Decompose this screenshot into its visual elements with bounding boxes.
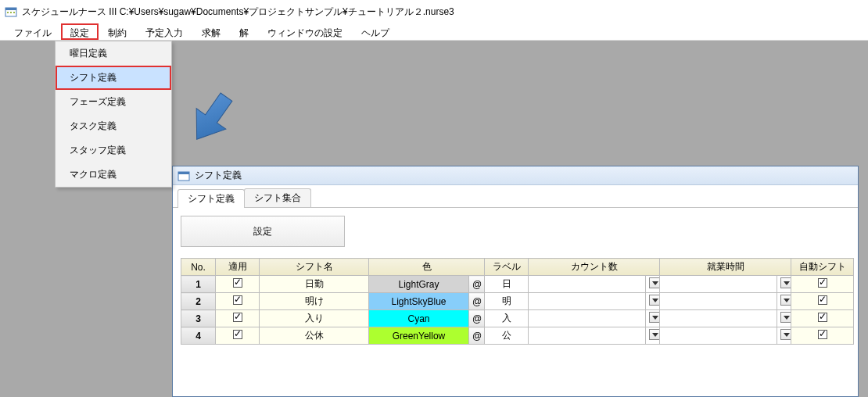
menu-ウィンドウの設定[interactable]: ウィンドウの設定 bbox=[258, 23, 352, 40]
color-cell[interactable]: LightGray bbox=[369, 276, 469, 293]
dropdown-item-マクロ定義[interactable]: マクロ定義 bbox=[56, 163, 171, 187]
child-content: 設定 No. 適用 シフト名 色 ラベル bbox=[173, 207, 858, 396]
menubar: ファイル設定制約予定入力求解解ウィンドウの設定ヘルプ bbox=[0, 23, 868, 41]
tab-シフト集合[interactable]: シフト集合 bbox=[244, 188, 311, 207]
work-dropdown bbox=[777, 327, 791, 345]
count-dropdown bbox=[646, 327, 660, 345]
shift-name-cell[interactable]: 日勤 bbox=[260, 276, 369, 293]
color-picker-button[interactable]: @ bbox=[469, 293, 485, 310]
svg-rect-4 bbox=[13, 12, 15, 13]
apply-checkbox[interactable] bbox=[233, 313, 242, 322]
count-dropdown bbox=[646, 310, 660, 327]
count-cell[interactable] bbox=[529, 276, 646, 293]
chevron-down-icon[interactable] bbox=[780, 277, 791, 288]
chevron-down-icon[interactable] bbox=[780, 295, 791, 306]
menu-求解[interactable]: 求解 bbox=[192, 23, 230, 40]
auto-cell bbox=[791, 327, 854, 345]
auto-checkbox[interactable] bbox=[818, 313, 827, 322]
chevron-down-icon[interactable] bbox=[649, 295, 660, 306]
chevron-down-icon[interactable] bbox=[649, 329, 660, 340]
table-row: 1日勤LightGray@日 bbox=[181, 276, 854, 293]
apply-checkbox[interactable] bbox=[233, 278, 242, 288]
apply-checkbox[interactable] bbox=[233, 295, 242, 305]
col-label[interactable]: ラベル bbox=[485, 259, 529, 276]
child-window-titlebar[interactable]: シフト定義 bbox=[173, 166, 858, 185]
table-row: 2明けLightSkyBlue@明 bbox=[181, 293, 854, 310]
count-cell[interactable] bbox=[529, 310, 646, 327]
chevron-down-icon[interactable] bbox=[780, 312, 791, 323]
work-cell[interactable] bbox=[660, 276, 777, 293]
color-picker-button[interactable]: @ bbox=[469, 327, 485, 345]
menu-設定[interactable]: 設定 bbox=[61, 23, 99, 40]
titlebar: スケジュールナース III C:¥Users¥sugaw¥Documents¥プ… bbox=[0, 0, 868, 23]
auto-cell bbox=[791, 293, 854, 310]
work-cell[interactable] bbox=[660, 293, 777, 310]
apply-cell bbox=[216, 276, 260, 293]
shift-grid: No. 適用 シフト名 色 ラベル カウント数 就業時間 自動シフト 1日勤Li… bbox=[181, 258, 854, 345]
menu-ヘルプ[interactable]: ヘルプ bbox=[352, 23, 399, 40]
dropdown-item-曜日定義[interactable]: 曜日定義 bbox=[56, 41, 171, 66]
col-no[interactable]: No. bbox=[181, 259, 216, 276]
label-cell[interactable]: 公 bbox=[485, 327, 529, 345]
col-work[interactable]: 就業時間 bbox=[660, 259, 791, 276]
chevron-down-icon[interactable] bbox=[649, 277, 660, 288]
child-window-title: シフト定義 bbox=[195, 169, 242, 182]
color-cell[interactable]: Cyan bbox=[369, 310, 469, 327]
col-name[interactable]: シフト名 bbox=[260, 259, 369, 276]
shift-name-cell[interactable]: 入り bbox=[260, 310, 369, 327]
row-number[interactable]: 4 bbox=[181, 327, 216, 345]
count-cell[interactable] bbox=[529, 327, 646, 345]
label-cell[interactable]: 日 bbox=[485, 276, 529, 293]
color-cell[interactable]: GreenYellow bbox=[369, 327, 469, 345]
shift-name-cell[interactable]: 明け bbox=[260, 293, 369, 310]
dropdown-item-シフト定義[interactable]: シフト定義 bbox=[56, 66, 171, 90]
shift-name-cell[interactable]: 公休 bbox=[260, 327, 369, 345]
calendar-icon bbox=[178, 170, 190, 182]
svg-rect-2 bbox=[7, 12, 9, 13]
color-picker-button[interactable]: @ bbox=[469, 310, 485, 327]
svg-rect-1 bbox=[5, 8, 16, 10]
menu-制約[interactable]: 制約 bbox=[99, 23, 136, 40]
count-dropdown bbox=[646, 276, 660, 293]
color-cell[interactable]: LightSkyBlue bbox=[369, 293, 469, 310]
dropdown-item-フェーズ定義[interactable]: フェーズ定義 bbox=[56, 90, 171, 114]
label-cell[interactable]: 明 bbox=[485, 293, 529, 310]
table-row: 3入りCyan@入 bbox=[181, 310, 854, 327]
arrow-annotation bbox=[184, 88, 239, 152]
col-color[interactable]: 色 bbox=[369, 259, 485, 276]
work-cell[interactable] bbox=[660, 327, 777, 345]
settings-dropdown: 曜日定義シフト定義フェーズ定義タスク定義スタッフ定義マクロ定義 bbox=[55, 41, 172, 188]
row-number[interactable]: 3 bbox=[181, 310, 216, 327]
chevron-down-icon[interactable] bbox=[649, 312, 660, 323]
row-number[interactable]: 1 bbox=[181, 276, 216, 293]
menu-予定入力[interactable]: 予定入力 bbox=[136, 23, 192, 40]
svg-rect-6 bbox=[178, 172, 189, 174]
dropdown-item-スタッフ定義[interactable]: スタッフ定義 bbox=[56, 138, 171, 163]
col-count[interactable]: カウント数 bbox=[529, 259, 660, 276]
col-apply[interactable]: 適用 bbox=[216, 259, 260, 276]
auto-checkbox[interactable] bbox=[818, 278, 827, 288]
apply-cell bbox=[216, 293, 260, 310]
grid-header-row: No. 適用 シフト名 色 ラベル カウント数 就業時間 自動シフト bbox=[181, 259, 854, 276]
chevron-down-icon[interactable] bbox=[780, 329, 791, 340]
tabstrip: シフト定義シフト集合 bbox=[173, 185, 858, 207]
dropdown-item-タスク定義[interactable]: タスク定義 bbox=[56, 114, 171, 138]
label-cell[interactable]: 入 bbox=[485, 310, 529, 327]
count-dropdown bbox=[646, 293, 660, 310]
apply-cell bbox=[216, 327, 260, 345]
work-cell[interactable] bbox=[660, 310, 777, 327]
auto-checkbox[interactable] bbox=[818, 295, 827, 305]
svg-rect-3 bbox=[10, 12, 12, 13]
settings-button-label: 設定 bbox=[253, 225, 272, 238]
col-auto[interactable]: 自動シフト bbox=[791, 259, 854, 276]
menu-解[interactable]: 解 bbox=[230, 23, 258, 40]
settings-button[interactable]: 設定 bbox=[181, 216, 345, 247]
auto-checkbox[interactable] bbox=[818, 330, 827, 339]
auto-cell bbox=[791, 310, 854, 327]
apply-checkbox[interactable] bbox=[233, 330, 242, 339]
row-number[interactable]: 2 bbox=[181, 293, 216, 310]
count-cell[interactable] bbox=[529, 293, 646, 310]
menu-ファイル[interactable]: ファイル bbox=[5, 23, 61, 40]
color-picker-button[interactable]: @ bbox=[469, 276, 485, 293]
tab-シフト定義[interactable]: シフト定義 bbox=[178, 189, 245, 208]
